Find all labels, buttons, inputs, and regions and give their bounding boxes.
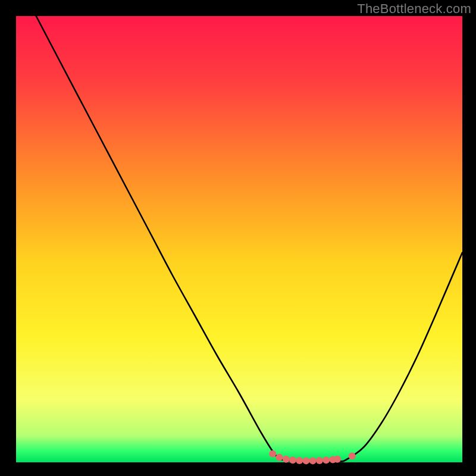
marker-dot [289, 456, 296, 464]
marker-dot [303, 457, 310, 464]
marker-dot [309, 457, 317, 464]
watermark-text: TheBottleneck.com [357, 1, 471, 17]
marker-dot [283, 456, 290, 463]
marker-dot [334, 456, 341, 463]
chart-frame: TheBottleneck.com [0, 0, 476, 476]
marker-dot [269, 450, 276, 458]
marker-dot [349, 453, 356, 460]
marker-dot [296, 457, 303, 464]
marker-dot [322, 456, 330, 464]
plot-background [16, 16, 462, 462]
bottleneck-chart-svg [0, 0, 476, 476]
marker-dot [316, 457, 323, 464]
marker-dot [276, 454, 283, 461]
